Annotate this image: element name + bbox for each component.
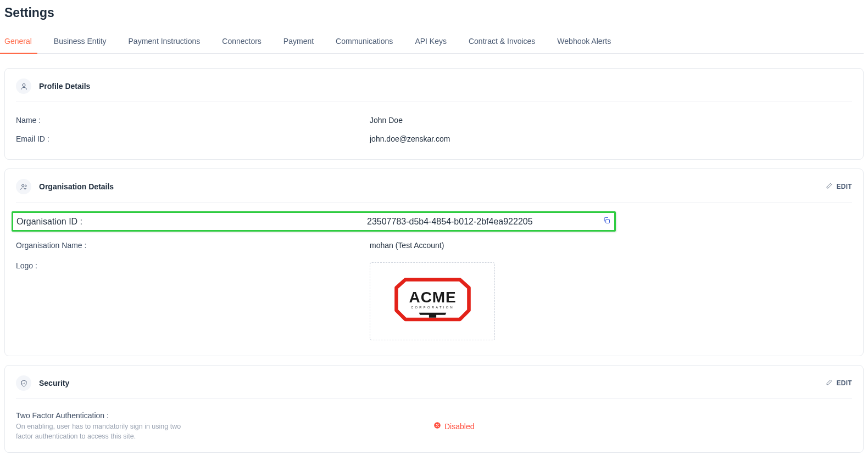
profile-card-header: Profile Details bbox=[16, 78, 852, 102]
tab-communications[interactable]: Communications bbox=[336, 30, 393, 53]
tfa-row: Two Factor Authentication : On enabling,… bbox=[16, 408, 852, 441]
person-icon bbox=[16, 78, 31, 94]
tab-contract-invoices[interactable]: Contract & Invoices bbox=[469, 30, 535, 53]
organisation-edit-button[interactable]: EDIT bbox=[826, 182, 852, 191]
security-card-header: Security EDIT bbox=[16, 375, 852, 399]
organisation-id-label: Organisation ID : bbox=[16, 217, 367, 227]
tab-connectors[interactable]: Connectors bbox=[222, 30, 261, 53]
profile-name-row: Name : John Doe bbox=[16, 111, 852, 130]
tfa-label: Two Factor Authentication : bbox=[16, 411, 433, 420]
svg-point-0 bbox=[23, 83, 25, 86]
profile-name-value: John Doe bbox=[370, 116, 403, 125]
tab-webhook-alerts[interactable]: Webhook Alerts bbox=[557, 30, 611, 53]
profile-card-title: Profile Details bbox=[39, 82, 90, 91]
svg-rect-3 bbox=[606, 220, 610, 223]
tfa-status-text: Disabled bbox=[444, 422, 474, 431]
profile-email-value: john.doe@zenskar.com bbox=[370, 134, 450, 143]
svg-point-2 bbox=[25, 185, 26, 187]
security-card-title: Security bbox=[39, 379, 69, 387]
svg-point-1 bbox=[21, 184, 24, 187]
security-card: Security EDIT Two Factor Authentication … bbox=[4, 365, 864, 453]
tfa-helper-text: On enabling, user has to mandatorily sig… bbox=[16, 422, 186, 441]
tab-business-entity[interactable]: Business Entity bbox=[54, 30, 107, 53]
pencil-icon bbox=[826, 379, 833, 387]
disabled-status-icon bbox=[433, 422, 441, 431]
security-edit-button[interactable]: EDIT bbox=[826, 379, 852, 387]
organisation-name-row: Organisation Name : mohan (Test Account) bbox=[16, 236, 852, 255]
page-title: Settings bbox=[4, 5, 864, 20]
copy-icon[interactable] bbox=[603, 216, 611, 227]
organisation-edit-label: EDIT bbox=[836, 183, 852, 190]
organisation-card-title: Organisation Details bbox=[39, 182, 114, 191]
organisation-id-row: Organisation ID : 23507783-d5b4-4854-b01… bbox=[12, 211, 616, 232]
profile-email-row: Email ID : john.doe@zenskar.com bbox=[16, 130, 852, 148]
organisation-id-value: 23507783-d5b4-4854-b012-2bf4ea922205 bbox=[367, 217, 533, 227]
organisation-logo-box: ACME CORPORATION bbox=[370, 262, 495, 340]
profile-email-label: Email ID : bbox=[16, 134, 370, 143]
organisation-logo-label: Logo : bbox=[16, 259, 370, 270]
shield-icon bbox=[16, 375, 31, 391]
organisation-logo-row: Logo : ACME CORPORATION bbox=[16, 255, 852, 345]
tab-payment-instructions[interactable]: Payment Instructions bbox=[129, 30, 201, 53]
people-icon bbox=[16, 179, 31, 194]
tab-api-keys[interactable]: API Keys bbox=[415, 30, 447, 53]
profile-details-card: Profile Details Name : John Doe Email ID… bbox=[4, 68, 864, 160]
tab-payment[interactable]: Payment bbox=[283, 30, 314, 53]
organisation-name-value: mohan (Test Account) bbox=[370, 241, 444, 250]
organisation-details-card: Organisation Details EDIT Organisation I… bbox=[4, 168, 864, 356]
svg-text:ACME: ACME bbox=[409, 289, 456, 306]
tfa-status: Disabled bbox=[433, 411, 474, 441]
acme-logo: ACME CORPORATION bbox=[387, 274, 478, 329]
pencil-icon bbox=[826, 182, 833, 191]
svg-text:CORPORATION: CORPORATION bbox=[411, 306, 454, 309]
profile-name-label: Name : bbox=[16, 116, 370, 125]
tab-general[interactable]: General bbox=[4, 30, 32, 53]
tabs-bar: General Business Entity Payment Instruct… bbox=[4, 30, 864, 54]
security-edit-label: EDIT bbox=[836, 379, 852, 387]
organisation-card-header: Organisation Details EDIT bbox=[16, 179, 852, 203]
organisation-name-label: Organisation Name : bbox=[16, 241, 370, 250]
